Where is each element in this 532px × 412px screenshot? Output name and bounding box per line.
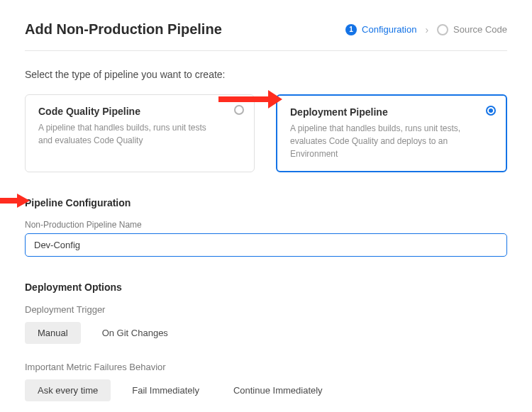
chevron-right-icon: › [425,24,428,35]
card-code-quality-title: Code Quality Pipeline [38,106,241,117]
card-code-quality-desc: A pipeline that handles builds, runs uni… [38,121,241,147]
trigger-git-changes-button[interactable]: On Git Changes [89,322,181,344]
deployment-trigger-label: Deployment Trigger [25,304,507,315]
section-deployment-options: Deployment Options [25,282,507,293]
metric-fail-button[interactable]: Fail Immediately [119,379,212,401]
card-deployment-pipeline[interactable]: Deployment Pipeline A pipeline that hand… [276,94,507,172]
radio-deployment[interactable] [486,106,496,116]
metric-failures-label: Important Metric Failures Behavior [25,362,507,372]
step-configuration[interactable]: 1 Configuration [345,24,416,35]
annotation-arrow-icon [0,193,30,208]
intro-text: Select the type of pipeline you want to … [25,69,507,80]
pipeline-name-label: Non-Production Pipeline Name [25,220,507,230]
trigger-manual-button[interactable]: Manual [25,322,81,344]
step-2-circle-icon [437,24,448,35]
svg-marker-3 [17,194,30,208]
wizard-stepper: 1 Configuration › Source Code [345,24,507,35]
svg-marker-1 [268,90,282,108]
step-1-label: Configuration [362,24,416,35]
page-title: Add Non-Production Pipeline [25,21,222,38]
step-1-circle-icon: 1 [345,24,357,35]
card-deployment-title: Deployment Pipeline [290,106,493,118]
step-source-code[interactable]: Source Code [437,24,507,35]
step-2-label: Source Code [453,24,507,35]
pipeline-name-input[interactable] [25,233,507,257]
metric-continue-button[interactable]: Continue Immediately [221,379,336,401]
section-pipeline-configuration: Pipeline Configuration [25,197,507,208]
annotation-arrow-icon [218,89,282,110]
metric-ask-button[interactable]: Ask every time [25,379,111,401]
divider [25,50,507,51]
card-deployment-desc: A pipeline that handles builds, runs uni… [290,122,493,160]
